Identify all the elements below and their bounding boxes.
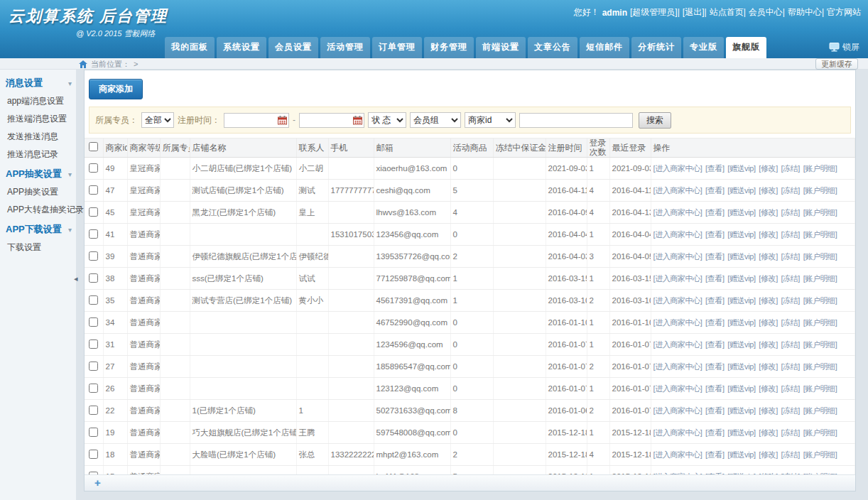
action-gift-vip[interactable]: [赠送vip] [727,318,755,327]
action-edit[interactable]: [修改] [759,186,778,195]
action-account-detail[interactable]: [账户明细] [803,362,837,371]
agent-select[interactable]: 全部 [141,112,174,128]
action-edit[interactable]: [修改] [759,450,778,459]
action-edit[interactable]: [修改] [759,164,778,173]
select-all-checkbox[interactable] [89,142,98,151]
tab-10[interactable]: 分析统计 [631,37,681,58]
action-view[interactable]: [查看] [705,450,725,459]
action-freeze[interactable]: [冻结] [781,296,800,305]
user-link-3[interactable]: 会员中心| [749,6,785,18]
action-enter-merchant-center[interactable]: [进入商家中心] [653,406,702,415]
action-view[interactable]: [查看] [705,296,725,305]
row-checkbox[interactable] [89,384,98,393]
action-view[interactable]: [查看] [705,252,725,261]
action-freeze[interactable]: [冻结] [781,450,800,459]
status-select[interactable]: 状 态 [368,112,406,128]
action-enter-merchant-center[interactable]: [进入商家中心] [653,296,702,305]
action-view[interactable]: [查看] [705,274,725,283]
search-field-select[interactable]: 商家id [465,112,516,128]
action-enter-merchant-center[interactable]: [进入商家中心] [653,362,702,371]
action-gift-vip[interactable]: [赠送vip] [727,362,755,371]
action-gift-vip[interactable]: [赠送vip] [727,340,755,349]
action-account-detail[interactable]: [账户明细] [803,428,837,437]
action-view[interactable]: [查看] [705,428,725,437]
action-freeze[interactable]: [冻结] [781,230,800,239]
row-checkbox[interactable] [89,229,98,239]
action-enter-merchant-center[interactable]: [进入商家中心] [653,340,702,349]
action-account-detail[interactable]: [账户明细] [803,406,837,415]
row-checkbox[interactable] [89,251,98,261]
action-view[interactable]: [查看] [705,340,725,349]
search-button[interactable]: 搜索 [639,112,671,129]
action-enter-merchant-center[interactable]: [进入商家中心] [653,164,702,173]
tab-12[interactable]: 旗舰版 [726,37,766,58]
row-checkbox[interactable] [89,339,98,349]
action-freeze[interactable]: [冻结] [781,164,800,173]
sidebar-item[interactable]: 推送消息记录 [0,146,76,163]
action-edit[interactable]: [修改] [759,274,778,283]
row-checkbox[interactable] [89,185,98,195]
plus-icon[interactable]: + [94,477,101,488]
action-freeze[interactable]: [冻结] [781,340,800,349]
tab-9[interactable]: 短信邮件 [580,37,629,58]
sidebar-item[interactable]: 推送端消息设置 [0,110,76,128]
action-account-detail[interactable]: [账户明细] [803,252,837,261]
tab-2[interactable]: 系统设置 [217,37,266,58]
action-gift-vip[interactable]: [赠送vip] [727,230,755,239]
row-checkbox[interactable] [89,406,98,415]
user-link-4[interactable]: 帮助中心| [788,6,824,18]
action-freeze[interactable]: [冻结] [781,428,800,437]
calendar-icon[interactable] [353,116,362,125]
action-freeze[interactable]: [冻结] [781,384,800,393]
action-account-detail[interactable]: [账户明细] [803,450,837,459]
action-account-detail[interactable]: [账户明细] [803,164,837,173]
user-link-2[interactable]: 站点首页| [710,6,746,18]
action-view[interactable]: [查看] [705,406,725,415]
action-view[interactable]: [查看] [705,186,725,195]
action-freeze[interactable]: [冻结] [781,318,800,327]
sidebar-collapse-arrow[interactable]: ◂ [74,274,78,283]
action-gift-vip[interactable]: [赠送vip] [727,186,755,195]
row-checkbox[interactable] [89,207,98,217]
action-gift-vip[interactable]: [赠送vip] [727,296,755,305]
keyword-input[interactable] [519,113,633,128]
action-account-detail[interactable]: [账户明细] [803,208,837,217]
calendar-icon[interactable] [278,116,287,125]
action-edit[interactable]: [修改] [759,318,778,327]
action-edit[interactable]: [修改] [759,252,778,261]
tab-3[interactable]: 会员设置 [268,37,318,58]
action-enter-merchant-center[interactable]: [进入商家中心] [653,252,702,261]
action-account-detail[interactable]: [账户明细] [803,186,837,195]
sidebar-item[interactable]: app端消息设置 [0,92,76,110]
row-checkbox[interactable] [89,428,98,437]
action-freeze[interactable]: [冻结] [781,186,800,195]
action-gift-vip[interactable]: [赠送vip] [727,406,755,415]
sidebar-item[interactable]: APP大转盘抽奖记录 [0,201,76,219]
action-freeze[interactable]: [冻结] [781,274,800,283]
action-freeze[interactable]: [冻结] [781,252,800,261]
action-edit[interactable]: [修改] [759,230,778,239]
lock-screen-button[interactable]: 锁屏 [829,41,859,53]
tab-1[interactable]: 我的面板 [165,37,215,58]
action-view[interactable]: [查看] [705,164,725,173]
sidebar-section-2[interactable]: APP抽奖设置▾ [0,163,76,183]
add-merchant-button[interactable]: 商家添加 [89,79,143,99]
action-enter-merchant-center[interactable]: [进入商家中心] [653,384,702,393]
row-checkbox[interactable] [89,450,98,459]
sidebar-item[interactable]: APP抽奖设置 [0,183,76,201]
update-cache-button[interactable]: 更新缓存 [815,58,858,70]
action-freeze[interactable]: [冻结] [781,362,800,371]
action-edit[interactable]: [修改] [759,296,778,305]
row-checkbox[interactable] [89,273,98,283]
action-freeze[interactable]: [冻结] [781,208,800,217]
action-enter-merchant-center[interactable]: [进入商家中心] [653,450,702,459]
row-checkbox[interactable] [89,163,98,173]
action-gift-vip[interactable]: [赠送vip] [727,164,755,173]
home-icon[interactable] [79,60,87,68]
tab-7[interactable]: 前端设置 [476,37,526,58]
action-enter-merchant-center[interactable]: [进入商家中心] [653,186,702,195]
action-account-detail[interactable]: [账户明细] [803,340,837,349]
action-gift-vip[interactable]: [赠送vip] [727,450,755,459]
action-enter-merchant-center[interactable]: [进入商家中心] [653,318,702,327]
action-account-detail[interactable]: [账户明细] [803,384,837,393]
